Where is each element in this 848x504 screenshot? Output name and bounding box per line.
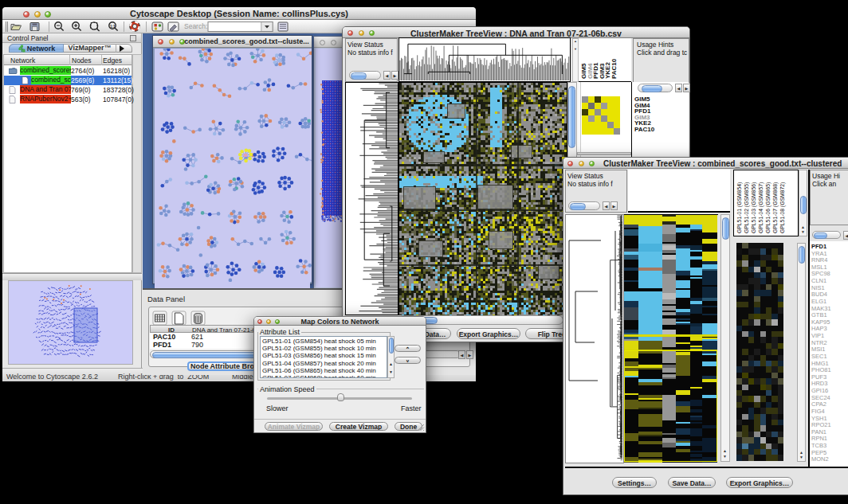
- svg-text:GPL51-01 (GSM854): GPL51-01 (GSM854): [736, 182, 743, 233]
- svg-text:GPL51-03 (GSM856): GPL51-03 (GSM856): [751, 182, 757, 233]
- svg-text:PAC10: PAC10: [610, 58, 618, 79]
- svg-text:Search:: Search:: [184, 22, 207, 30]
- svg-text:GPL51-07 (GSM868): GPL51-07 (GSM868): [772, 182, 779, 233]
- svg-text:GPL51-02 (GSM855): GPL51-02 (GSM855): [744, 182, 750, 233]
- svg-text:GPL51-04 (GSM857): GPL51-04 (GSM857): [758, 182, 764, 233]
- svg-text:GPL51-06 (GSM865): GPL51-06 (GSM865): [765, 182, 771, 233]
- svg-text:1:1: 1:1: [110, 25, 116, 29]
- svg-text:GPL51-08 (GSM872): GPL51-08 (GSM872): [779, 182, 786, 233]
